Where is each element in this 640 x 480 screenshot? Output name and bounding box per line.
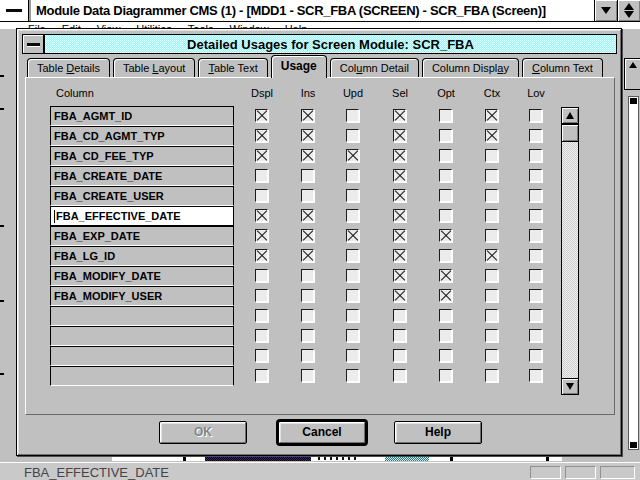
checkbox-ins-row8[interactable] [301,249,314,262]
column-list-item-fba-exp-date[interactable]: FBA_EXP_DATE [50,226,234,246]
checkbox-lov-row12[interactable] [529,329,542,342]
checkbox-dspl-row8[interactable] [255,249,268,262]
checkbox-opt-row2[interactable] [439,129,452,142]
column-list-item-fba-cd-agmt-typ[interactable]: FBA_CD_AGMT_TYP [50,126,234,146]
checkbox-ctx-row7[interactable] [485,229,498,242]
checkbox-ctx-row3[interactable] [485,149,498,162]
checkbox-sel-row7[interactable] [393,229,406,242]
checkbox-dspl-row2[interactable] [255,129,268,142]
checkbox-lov-row9[interactable] [529,269,542,282]
checkbox-upd-row14[interactable] [346,369,359,382]
checkbox-upd-row12[interactable] [346,329,359,342]
checkbox-ctx-row5[interactable] [485,189,498,202]
checkbox-lov-row13[interactable] [529,349,542,362]
checkbox-ctx-row4[interactable] [485,169,498,182]
checkbox-lov-row10[interactable] [529,289,542,302]
checkbox-sel-row2[interactable] [393,129,406,142]
checkbox-upd-row9[interactable] [346,269,359,282]
cancel-button[interactable]: Cancel [278,421,366,444]
column-list-item-fba-create-user[interactable]: FBA_CREATE_USER [50,186,234,206]
checkbox-opt-row7[interactable] [439,229,452,242]
checkbox-opt-row14[interactable] [439,369,452,382]
checkbox-ins-row6[interactable] [301,209,314,222]
tab-column-text[interactable]: Column Text [522,58,603,77]
checkbox-opt-row12[interactable] [439,329,452,342]
checkbox-upd-row6[interactable] [346,209,359,222]
checkbox-ins-row12[interactable] [301,329,314,342]
checkbox-dspl-row11[interactable] [255,309,268,322]
minimize-button[interactable] [594,0,617,21]
checkbox-ins-row7[interactable] [301,229,314,242]
checkbox-opt-row10[interactable] [439,289,452,302]
tab-column-detail[interactable]: Column Detail [330,58,419,77]
checkbox-ctx-row2[interactable] [485,129,498,142]
tab-table-text[interactable]: Table Text [198,58,267,77]
checkbox-ctx-row13[interactable] [485,349,498,362]
column-list-item-empty[interactable] [50,306,234,326]
tab-table-details[interactable]: Table Details [27,58,110,77]
checkbox-opt-row6[interactable] [439,209,452,222]
checkbox-upd-row4[interactable] [346,169,359,182]
scroll-down-button[interactable] [561,378,579,395]
help-button[interactable]: Help [394,421,482,444]
checkbox-lov-row2[interactable] [529,129,542,142]
dialog-system-menu-button[interactable] [22,34,44,54]
checkbox-opt-row5[interactable] [439,189,452,202]
column-list-item-fba-agmt-id[interactable]: FBA_AGMT_ID [50,106,234,126]
checkbox-ins-row11[interactable] [301,309,314,322]
checkbox-ctx-row1[interactable] [485,109,498,122]
checkbox-sel-row8[interactable] [393,249,406,262]
usage-scrollbar[interactable] [561,107,579,395]
column-list-item-fba-modify-user[interactable]: FBA_MODIFY_USER [50,286,234,306]
checkbox-opt-row3[interactable] [439,149,452,162]
checkbox-ctx-row14[interactable] [485,369,498,382]
checkbox-upd-row2[interactable] [346,129,359,142]
column-list-item-fba-lg-id[interactable]: FBA_LG_ID [50,246,234,266]
checkbox-ins-row13[interactable] [301,349,314,362]
column-list-item-fba-cd-fee-typ[interactable]: FBA_CD_FEE_TYP [50,146,234,166]
checkbox-sel-row6[interactable] [393,209,406,222]
checkbox-ins-row14[interactable] [301,369,314,382]
checkbox-ctx-row12[interactable] [485,329,498,342]
checkbox-sel-row5[interactable] [393,189,406,202]
checkbox-dspl-row9[interactable] [255,269,268,282]
tab-column-display[interactable]: Column Display [422,58,519,77]
checkbox-ctx-row8[interactable] [485,249,498,262]
checkbox-opt-row11[interactable] [439,309,452,322]
checkbox-ins-row1[interactable] [301,109,314,122]
checkbox-upd-row3[interactable] [346,149,359,162]
checkbox-sel-row3[interactable] [393,149,406,162]
checkbox-upd-row10[interactable] [346,289,359,302]
checkbox-dspl-row6[interactable] [255,209,268,222]
checkbox-opt-row4[interactable] [439,169,452,182]
checkbox-upd-row8[interactable] [346,249,359,262]
checkbox-upd-row1[interactable] [346,109,359,122]
checkbox-ctx-row10[interactable] [485,289,498,302]
checkbox-opt-row1[interactable] [439,109,452,122]
checkbox-dspl-row5[interactable] [255,189,268,202]
checkbox-dspl-row10[interactable] [255,289,268,302]
column-list-item-empty[interactable] [50,366,234,386]
checkbox-opt-row9[interactable] [439,269,452,282]
checkbox-sel-row1[interactable] [393,109,406,122]
checkbox-sel-row11[interactable] [393,309,406,322]
checkbox-lov-row5[interactable] [529,189,542,202]
column-list-item-fba-create-date[interactable]: FBA_CREATE_DATE [50,166,234,186]
system-menu-button[interactable] [0,0,29,21]
checkbox-opt-row8[interactable] [439,249,452,262]
checkbox-dspl-row13[interactable] [255,349,268,362]
checkbox-dspl-row4[interactable] [255,169,268,182]
checkbox-sel-row10[interactable] [393,289,406,302]
checkbox-upd-row7[interactable] [346,229,359,242]
checkbox-upd-row5[interactable] [346,189,359,202]
tab-table-layout[interactable]: Table Layout [113,58,195,77]
column-list-item-empty[interactable] [50,346,234,366]
column-list-item-fba-modify-date[interactable]: FBA_MODIFY_DATE [50,266,234,286]
checkbox-ins-row4[interactable] [301,169,314,182]
checkbox-sel-row9[interactable] [393,269,406,282]
checkbox-sel-row12[interactable] [393,329,406,342]
restore-button[interactable] [617,0,640,21]
checkbox-dspl-row7[interactable] [255,229,268,242]
checkbox-sel-row4[interactable] [393,169,406,182]
checkbox-ins-row9[interactable] [301,269,314,282]
